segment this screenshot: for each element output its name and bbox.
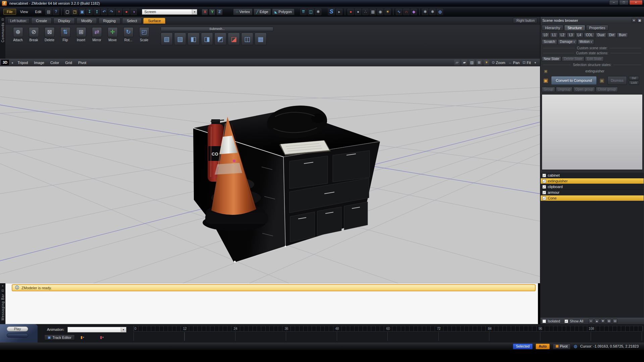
close-messaging-icon[interactable]: ×	[2, 284, 3, 288]
event-marker-button[interactable]: ▮ ▾	[100, 335, 104, 340]
box-icon[interactable]: ▦	[370, 9, 376, 15]
menu-edit[interactable]: Edit	[32, 9, 44, 14]
panel-menu-icon[interactable]: ▾	[632, 18, 636, 23]
new-state-button[interactable]: New State	[542, 56, 561, 62]
open-folder-icon[interactable]: ◳	[71, 9, 78, 15]
node-checkbox[interactable]	[542, 191, 546, 194]
ungroup-button[interactable]: Ungroup	[556, 87, 573, 92]
viewport-menu-tripod[interactable]: Tripod	[15, 61, 31, 65]
sphere-gray-icon[interactable]: ●	[355, 9, 361, 15]
animation-dropdown[interactable]: ▾	[67, 327, 126, 333]
export-icon[interactable]: ↥	[94, 9, 100, 15]
timeline-track-area[interactable]	[133, 332, 643, 341]
magnet-icon[interactable]: ∩	[403, 9, 410, 15]
list-view-icon[interactable]: ≡	[588, 319, 593, 323]
camera-icon[interactable]: ◉	[377, 9, 383, 15]
viewport-menu-grid[interactable]: Grid	[62, 61, 75, 65]
show-all-checkbox[interactable]	[565, 319, 568, 323]
cube-weld-icon[interactable]: ◫	[241, 33, 253, 45]
cube-brush-icon[interactable]: ▨	[174, 33, 186, 45]
orbit-icon[interactable]: ◍	[437, 9, 443, 15]
lighting-icon[interactable]: ☀	[484, 60, 489, 65]
viewport-menu-arrow-icon[interactable]: ▾	[533, 61, 537, 64]
delete-state-button[interactable]: Delete State	[562, 56, 584, 62]
pivot-badge[interactable]: Pivot	[553, 344, 571, 349]
isolated-checkbox[interactable]	[542, 319, 546, 323]
tool-insert[interactable]: ⊞ Insert	[73, 27, 89, 42]
panel-pin-icon[interactable]: ▣	[637, 18, 642, 23]
collapse-all-icon[interactable]: ⊟	[612, 319, 618, 323]
dust-button[interactable]: Dust	[595, 33, 606, 38]
states-list-box[interactable]	[542, 94, 643, 170]
flask-icon[interactable]: ◆	[411, 9, 417, 15]
commands-side-tab[interactable]: ⊡ Commands	[0, 17, 5, 59]
play-button[interactable]: Play	[7, 326, 28, 331]
tab-properties[interactable]: Properties	[586, 25, 609, 31]
axis-y-button[interactable]: Y	[209, 9, 215, 15]
cube-move-icon[interactable]: ◨	[201, 33, 213, 45]
screen-dropdown[interactable]: Screen ▾	[142, 9, 197, 15]
sort-desc-icon[interactable]: ▼	[600, 319, 605, 323]
expand-all-icon[interactable]: ⊞	[606, 319, 611, 323]
wave-icon[interactable]: ∿	[396, 9, 402, 15]
viewport-back-icon[interactable]: ◂	[10, 61, 14, 64]
import-icon[interactable]: ↧	[86, 9, 93, 15]
tool-move[interactable]: ✛ Move	[105, 27, 120, 42]
viewport-menu-pivot[interactable]: Pivot	[75, 61, 89, 65]
tab-rigging[interactable]: Rigging	[99, 18, 120, 24]
del-button[interactable]: Del	[629, 76, 639, 80]
cube-detach-icon[interactable]: ◩	[214, 33, 226, 45]
col-button[interactable]: COL	[584, 33, 595, 38]
uv-icon[interactable]: ◫	[308, 9, 314, 15]
edge-mode-button[interactable]: ╱ Edge	[254, 8, 271, 15]
shaded-icon[interactable]: ▰	[462, 60, 467, 65]
maximize-button[interactable]: □	[619, 0, 629, 5]
textured-icon[interactable]: ▨	[469, 60, 475, 65]
tool-rotate[interactable]: ↻ Rot...	[120, 27, 136, 42]
viewport-type-button[interactable]: 3D	[1, 59, 9, 66]
delete-icon[interactable]: ×	[116, 9, 122, 15]
lod-l1-button[interactable]: L1	[550, 33, 558, 38]
edit-state-button[interactable]: Edit State	[585, 56, 603, 62]
node-checkbox[interactable]	[542, 179, 546, 183]
keyboard-icon[interactable]: ▤	[45, 9, 52, 15]
tool-attach[interactable]: ⊕ Attach	[10, 27, 26, 42]
cube-solid-icon[interactable]: ▧	[161, 33, 173, 45]
fit-button[interactable]: ⊡ Fit	[522, 60, 531, 65]
node-checkbox[interactable]	[542, 196, 546, 200]
undo-icon[interactable]: ↶	[101, 9, 107, 15]
dropdown-arrow-icon[interactable]: ▾	[192, 9, 197, 14]
tab-structure[interactable]: Structure	[564, 25, 585, 31]
lod-l2-button[interactable]: L2	[558, 33, 566, 38]
tool-break[interactable]: ⊘ Break	[26, 27, 42, 42]
save-icon[interactable]: ▣	[79, 9, 85, 15]
scene-node-cabinet[interactable]: cabinet	[541, 173, 644, 178]
cube-grid-icon[interactable]: ▦	[255, 33, 267, 45]
dismiss-button[interactable]: Dismiss	[607, 76, 627, 85]
close-group-button[interactable]: Close group	[596, 87, 618, 92]
tab-hierarchy[interactable]: Hierarchy	[542, 25, 564, 31]
zoom-button[interactable]: ⊙ Zoom	[491, 60, 506, 65]
chevron-down-icon[interactable]: ▾	[591, 41, 592, 44]
submesh-header[interactable]: Submesh...	[161, 27, 273, 31]
auto-badge[interactable]: Auto	[536, 344, 550, 349]
motion-button[interactable]: Motion▾	[578, 39, 594, 45]
wireframe-icon[interactable]: ▱	[454, 60, 460, 65]
tool-flip[interactable]: ⇅ Flip	[57, 27, 73, 42]
scene-node-cone[interactable]: Cone	[541, 195, 644, 201]
spheres-icon[interactable]: ∴	[362, 9, 369, 15]
viewport-menu-image[interactable]: Image	[31, 61, 47, 65]
render-icon[interactable]: ◑	[130, 9, 137, 15]
scratch-button[interactable]: Scratch	[542, 39, 557, 45]
tab-surface[interactable]: Surface	[143, 18, 165, 24]
damage-button[interactable]: Damage▾	[558, 39, 577, 45]
cube-red-icon[interactable]: ◪	[228, 33, 240, 45]
tab-display[interactable]: Display	[53, 18, 75, 24]
minimize-button[interactable]: –	[609, 0, 619, 5]
status-message-bar[interactable]: ⓘ ZModeler is ready.	[12, 284, 536, 291]
dirt-button[interactable]: Dirt	[607, 33, 616, 38]
convert-to-compound-button[interactable]: Convert to Compound	[551, 76, 597, 85]
grid-toggle-icon[interactable]: ⊞	[476, 60, 482, 65]
redo-icon[interactable]: ↷	[108, 9, 115, 15]
chevron-down-icon[interactable]: ▾	[83, 336, 84, 339]
